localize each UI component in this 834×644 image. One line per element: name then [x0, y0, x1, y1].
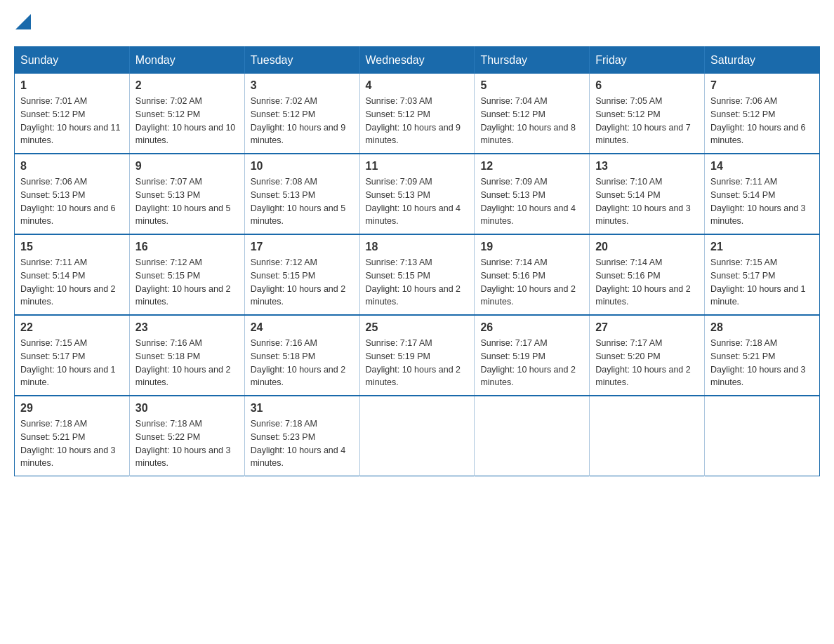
day-number: 2: [135, 79, 239, 92]
calendar-cell: 10 Sunrise: 7:08 AM Sunset: 5:13 PM Dayl…: [244, 154, 359, 234]
day-number: 13: [595, 160, 699, 173]
day-number: 21: [710, 241, 814, 253]
day-number: 26: [480, 321, 583, 334]
day-info: Sunrise: 7:09 AM Sunset: 5:13 PM Dayligh…: [366, 175, 469, 228]
day-number: 22: [20, 321, 124, 334]
calendar-table: SundayMondayTuesdayWednesdayThursdayFrid…: [14, 46, 820, 476]
calendar-week-row: 29 Sunrise: 7:18 AM Sunset: 5:21 PM Dayl…: [15, 396, 820, 476]
calendar-cell: 5 Sunrise: 7:04 AM Sunset: 5:12 PM Dayli…: [475, 74, 590, 154]
day-number: 19: [480, 241, 583, 253]
day-info: Sunrise: 7:03 AM Sunset: 5:12 PM Dayligh…: [366, 95, 469, 147]
day-number: 30: [135, 402, 239, 415]
calendar-header-row: SundayMondayTuesdayWednesdayThursdayFrid…: [15, 47, 820, 74]
calendar-cell: [475, 396, 590, 476]
day-number: 15: [20, 241, 124, 253]
day-number: 20: [595, 241, 699, 253]
day-number: 24: [251, 321, 354, 334]
day-number: 23: [135, 321, 239, 334]
calendar-cell: 4 Sunrise: 7:03 AM Sunset: 5:12 PM Dayli…: [359, 74, 475, 154]
header-day-saturday: Saturday: [705, 47, 820, 74]
calendar-week-row: 8 Sunrise: 7:06 AM Sunset: 5:13 PM Dayli…: [15, 154, 820, 234]
day-number: 29: [20, 402, 124, 415]
calendar-cell: 7 Sunrise: 7:06 AM Sunset: 5:12 PM Dayli…: [705, 74, 820, 154]
calendar-cell: [590, 396, 705, 476]
calendar-cell: 19 Sunrise: 7:14 AM Sunset: 5:16 PM Dayl…: [475, 234, 590, 315]
day-info: Sunrise: 7:01 AM Sunset: 5:12 PM Dayligh…: [20, 95, 124, 147]
calendar-cell: 26 Sunrise: 7:17 AM Sunset: 5:19 PM Dayl…: [475, 315, 590, 396]
day-info: Sunrise: 7:05 AM Sunset: 5:12 PM Dayligh…: [595, 95, 699, 147]
day-info: Sunrise: 7:18 AM Sunset: 5:22 PM Dayligh…: [135, 417, 239, 470]
calendar-cell: 20 Sunrise: 7:14 AM Sunset: 5:16 PM Dayl…: [590, 234, 705, 315]
logo: [14, 14, 31, 32]
calendar-cell: 14 Sunrise: 7:11 AM Sunset: 5:14 PM Dayl…: [705, 154, 820, 234]
calendar-cell: 21 Sunrise: 7:15 AM Sunset: 5:17 PM Dayl…: [705, 234, 820, 315]
day-info: Sunrise: 7:06 AM Sunset: 5:13 PM Dayligh…: [20, 175, 124, 228]
day-number: 9: [135, 160, 239, 173]
day-info: Sunrise: 7:06 AM Sunset: 5:12 PM Dayligh…: [710, 95, 814, 147]
day-number: 8: [20, 160, 124, 173]
day-number: 16: [135, 241, 239, 253]
calendar-cell: 9 Sunrise: 7:07 AM Sunset: 5:13 PM Dayli…: [129, 154, 244, 234]
header-day-sunday: Sunday: [15, 47, 130, 74]
day-number: 27: [595, 321, 699, 334]
svg-marker-0: [15, 14, 31, 29]
header-day-wednesday: Wednesday: [359, 47, 475, 74]
day-number: 3: [251, 79, 354, 92]
calendar-cell: 28 Sunrise: 7:18 AM Sunset: 5:21 PM Dayl…: [705, 315, 820, 396]
day-number: 17: [251, 241, 354, 253]
day-info: Sunrise: 7:10 AM Sunset: 5:14 PM Dayligh…: [595, 175, 699, 228]
day-info: Sunrise: 7:16 AM Sunset: 5:18 PM Dayligh…: [251, 337, 354, 389]
calendar-cell: 8 Sunrise: 7:06 AM Sunset: 5:13 PM Dayli…: [15, 154, 130, 234]
calendar-week-row: 15 Sunrise: 7:11 AM Sunset: 5:14 PM Dayl…: [15, 234, 820, 315]
calendar-cell: 22 Sunrise: 7:15 AM Sunset: 5:17 PM Dayl…: [15, 315, 130, 396]
header-day-thursday: Thursday: [475, 47, 590, 74]
day-info: Sunrise: 7:04 AM Sunset: 5:12 PM Dayligh…: [480, 95, 583, 147]
day-number: 12: [480, 160, 583, 173]
day-info: Sunrise: 7:18 AM Sunset: 5:21 PM Dayligh…: [710, 337, 814, 389]
calendar-cell: 23 Sunrise: 7:16 AM Sunset: 5:18 PM Dayl…: [129, 315, 244, 396]
calendar-cell: 11 Sunrise: 7:09 AM Sunset: 5:13 PM Dayl…: [359, 154, 475, 234]
calendar-cell: 27 Sunrise: 7:17 AM Sunset: 5:20 PM Dayl…: [590, 315, 705, 396]
calendar-cell: 25 Sunrise: 7:17 AM Sunset: 5:19 PM Dayl…: [359, 315, 475, 396]
day-number: 18: [366, 241, 469, 253]
calendar-cell: 13 Sunrise: 7:10 AM Sunset: 5:14 PM Dayl…: [590, 154, 705, 234]
calendar-cell: 24 Sunrise: 7:16 AM Sunset: 5:18 PM Dayl…: [244, 315, 359, 396]
day-info: Sunrise: 7:12 AM Sunset: 5:15 PM Dayligh…: [135, 256, 239, 309]
day-info: Sunrise: 7:16 AM Sunset: 5:18 PM Dayligh…: [135, 337, 239, 389]
day-info: Sunrise: 7:15 AM Sunset: 5:17 PM Dayligh…: [710, 256, 814, 309]
calendar-cell: 6 Sunrise: 7:05 AM Sunset: 5:12 PM Dayli…: [590, 74, 705, 154]
calendar-week-row: 22 Sunrise: 7:15 AM Sunset: 5:17 PM Dayl…: [15, 315, 820, 396]
calendar-week-row: 1 Sunrise: 7:01 AM Sunset: 5:12 PM Dayli…: [15, 74, 820, 154]
calendar-cell: 29 Sunrise: 7:18 AM Sunset: 5:21 PM Dayl…: [15, 396, 130, 476]
calendar-cell: [705, 396, 820, 476]
day-info: Sunrise: 7:12 AM Sunset: 5:15 PM Dayligh…: [251, 256, 354, 309]
day-info: Sunrise: 7:13 AM Sunset: 5:15 PM Dayligh…: [366, 256, 469, 309]
day-info: Sunrise: 7:17 AM Sunset: 5:20 PM Dayligh…: [595, 337, 699, 389]
header-day-tuesday: Tuesday: [244, 47, 359, 74]
day-number: 31: [251, 402, 354, 415]
logo-triangle-icon: [15, 14, 31, 29]
day-info: Sunrise: 7:08 AM Sunset: 5:13 PM Dayligh…: [251, 175, 354, 228]
header-day-monday: Monday: [129, 47, 244, 74]
calendar-cell: 17 Sunrise: 7:12 AM Sunset: 5:15 PM Dayl…: [244, 234, 359, 315]
calendar-cell: 12 Sunrise: 7:09 AM Sunset: 5:13 PM Dayl…: [475, 154, 590, 234]
day-info: Sunrise: 7:17 AM Sunset: 5:19 PM Dayligh…: [480, 337, 583, 389]
calendar-cell: 15 Sunrise: 7:11 AM Sunset: 5:14 PM Dayl…: [15, 234, 130, 315]
day-info: Sunrise: 7:14 AM Sunset: 5:16 PM Dayligh…: [595, 256, 699, 309]
day-info: Sunrise: 7:18 AM Sunset: 5:21 PM Dayligh…: [20, 417, 124, 470]
calendar-cell: 18 Sunrise: 7:13 AM Sunset: 5:15 PM Dayl…: [359, 234, 475, 315]
calendar-cell: [359, 396, 475, 476]
day-number: 7: [710, 79, 814, 92]
day-info: Sunrise: 7:02 AM Sunset: 5:12 PM Dayligh…: [135, 95, 239, 147]
day-info: Sunrise: 7:09 AM Sunset: 5:13 PM Dayligh…: [480, 175, 583, 228]
day-info: Sunrise: 7:11 AM Sunset: 5:14 PM Dayligh…: [20, 256, 124, 309]
day-number: 4: [366, 79, 469, 92]
day-info: Sunrise: 7:07 AM Sunset: 5:13 PM Dayligh…: [135, 175, 239, 228]
calendar-cell: 3 Sunrise: 7:02 AM Sunset: 5:12 PM Dayli…: [244, 74, 359, 154]
calendar-cell: 16 Sunrise: 7:12 AM Sunset: 5:15 PM Dayl…: [129, 234, 244, 315]
calendar-cell: 2 Sunrise: 7:02 AM Sunset: 5:12 PM Dayli…: [129, 74, 244, 154]
day-info: Sunrise: 7:02 AM Sunset: 5:12 PM Dayligh…: [251, 95, 354, 147]
day-info: Sunrise: 7:14 AM Sunset: 5:16 PM Dayligh…: [480, 256, 583, 309]
day-number: 11: [366, 160, 469, 173]
day-info: Sunrise: 7:18 AM Sunset: 5:23 PM Dayligh…: [251, 417, 354, 470]
